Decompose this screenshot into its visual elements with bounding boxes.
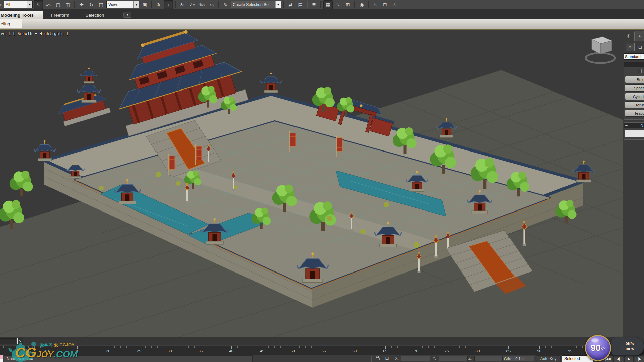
- select-and-rotate-button[interactable]: ↻: [87, 1, 96, 9]
- layer-manager-button[interactable]: ≣: [310, 1, 318, 9]
- snaps-toggle-3d-icon: 3∩: [180, 3, 184, 7]
- reference-coordinate-system-combo[interactable]: View▼: [106, 1, 139, 8]
- ribbon-collapse-arrow-icon[interactable]: ▼: [123, 12, 131, 18]
- use-pivot-point-center-button[interactable]: ▣: [140, 1, 149, 9]
- keyboard-shortcut-override-button[interactable]: ↑: [164, 0, 173, 9]
- scene-3d-render[interactable]: [0, 30, 623, 337]
- window-crossing-toggle-button[interactable]: ◫: [63, 1, 72, 9]
- render-production-button[interactable]: ♨: [390, 1, 399, 9]
- rendered-frame-window-button[interactable]: ⊡: [381, 1, 389, 9]
- timeline-tick: [188, 346, 189, 348]
- tab-freeform[interactable]: Freeform: [43, 11, 77, 19]
- mini-listener-field[interactable]: [0, 338, 16, 344]
- material-editor-button[interactable]: ◉: [357, 1, 366, 9]
- timeline-tick: [28, 346, 29, 348]
- selection-filter-arrow-icon[interactable]: ▼: [27, 1, 32, 8]
- graphite-ribbon-toggle-button[interactable]: ▦: [323, 0, 333, 9]
- y-coordinate-label: Y:: [433, 356, 436, 360]
- timeline-tick: [441, 346, 441, 348]
- select-and-move-button[interactable]: ✚: [77, 1, 86, 9]
- play-button[interactable]: ▶: [624, 355, 634, 362]
- maxscript-listener-strip[interactable]: [0, 359, 3, 362]
- curve-editor-button[interactable]: ∿: [334, 1, 342, 9]
- timeline-tick: [484, 346, 484, 348]
- main-toolbar: ▫All▼↖≡↖▢◫✚↻◲View▼▣⊕↑3∩∠∩%∩↕∩✎Create Sel…: [0, 0, 644, 10]
- spinner-snap-toggle-button[interactable]: ↕∩: [207, 1, 216, 9]
- mirror-button[interactable]: ⇄: [286, 1, 295, 9]
- object-type-box-button[interactable]: Box: [625, 76, 644, 83]
- rollout-collapse-icon[interactable]: –: [625, 62, 628, 67]
- timeline-frame-label: 65: [383, 349, 387, 353]
- selection-filter-combo[interactable]: All▼: [4, 1, 33, 8]
- reference-coordinate-system-arrow-icon[interactable]: ▼: [133, 1, 139, 8]
- tab-selection[interactable]: Selection: [77, 11, 112, 19]
- edit-named-selection-sets-button[interactable]: ✎: [221, 1, 230, 9]
- selection-filter-value: All: [4, 1, 27, 8]
- track-bar-timeline[interactable]: 5101520253035404550556065707580859095: [0, 345, 623, 355]
- network-speed-overlay[interactable]: ↑ 0K/s ↓ 0K/s: [611, 337, 644, 356]
- snaps-toggle-3d-button[interactable]: 3∩: [178, 1, 187, 9]
- link-tool-partial-icon: ▫: [0, 2, 1, 7]
- object-type-torus-button[interactable]: Torus: [625, 101, 644, 108]
- timeline-tick: [47, 346, 47, 349]
- rollout-collapse-icon[interactable]: –: [625, 123, 628, 128]
- score-badge-overlay[interactable]: 90 分 ▼: [585, 335, 611, 361]
- z-coordinate-field[interactable]: [474, 356, 502, 361]
- primitive-type-dropdown[interactable]: Standard: [624, 53, 644, 60]
- selection-lock-icon[interactable]: [374, 356, 381, 361]
- timeline-tick: [120, 346, 121, 348]
- next-frame-button[interactable]: ||▶: [635, 355, 644, 362]
- auto-key-button[interactable]: Auto Key: [536, 355, 561, 362]
- x-coordinate-field[interactable]: [401, 356, 430, 361]
- shapes-category-icon[interactable]: ◻: [636, 43, 644, 51]
- object-type-teapot-button[interactable]: Teapot: [625, 110, 644, 117]
- render-setup-button[interactable]: ♨: [371, 1, 380, 9]
- modify-tab-icon[interactable]: ◔: [634, 31, 644, 41]
- percent-snap-toggle-button[interactable]: %∩: [198, 1, 206, 9]
- score-suffix: 分: [601, 346, 605, 352]
- name-color-rollout-header[interactable]: – N: [624, 123, 644, 128]
- object-type-rollout-header[interactable]: –: [624, 62, 644, 67]
- timeline-tick: [539, 346, 540, 349]
- angle-snap-toggle-button[interactable]: ∠∩: [188, 1, 197, 9]
- object-type-sphere-button[interactable]: Sphere: [625, 84, 644, 92]
- timeline-frame-label: 50: [291, 349, 295, 353]
- y-coordinate-field[interactable]: [439, 356, 468, 361]
- status-separator: [371, 356, 372, 362]
- select-by-name-button[interactable]: ≡↖: [44, 1, 53, 9]
- select-object-button[interactable]: ↖: [34, 0, 43, 9]
- timeline-tick: [397, 346, 398, 348]
- selection-region-rectangular-button[interactable]: ▢: [54, 1, 62, 9]
- maxscript-listener-strip[interactable]: [0, 355, 3, 359]
- timeline-tick: [496, 346, 496, 348]
- object-name-input[interactable]: [625, 130, 644, 137]
- timeline-tick: [373, 346, 373, 348]
- geometry-category-icon[interactable]: ○: [626, 43, 635, 51]
- named-selection-sets-arrow-icon[interactable]: ▼: [275, 1, 281, 8]
- timeline-tick: [459, 346, 460, 348]
- select-and-manipulate-button[interactable]: ⊕: [154, 1, 163, 9]
- mini-listener-prompt[interactable]: >: [17, 338, 23, 344]
- object-type-cylinder-button[interactable]: Cylinder: [625, 93, 644, 100]
- timeline-tick: [490, 346, 490, 348]
- autogrid-checkbox[interactable]: [637, 69, 642, 73]
- schematic-view-button[interactable]: ⊞: [343, 1, 352, 9]
- timeline-tick: [527, 346, 527, 348]
- previous-frame-button[interactable]: ◀||: [613, 355, 623, 362]
- named-selection-sets-combo[interactable]: Create Selection Se▼: [231, 1, 281, 8]
- ribbon-panel-strip: eling: [0, 19, 644, 29]
- perspective-viewport[interactable]: ve ] [ Smooth + Highlights ]: [0, 30, 623, 337]
- timeline-tick: [324, 346, 324, 349]
- ribbon-panel-tab-modeling[interactable]: eling: [0, 19, 22, 28]
- timeline-tick: [293, 346, 293, 349]
- tab-modeling-tools[interactable]: Modeling Tools: [0, 11, 43, 19]
- timeline-tick: [428, 346, 429, 348]
- align-button[interactable]: ▤: [296, 1, 305, 9]
- material-editor-icon: ◉: [360, 2, 364, 7]
- select-and-scale-button[interactable]: ◲: [97, 1, 105, 9]
- absolute-offset-toggle-icon[interactable]: ⊡: [384, 356, 390, 361]
- link-tool-partial-button[interactable]: ▫: [0, 1, 3, 9]
- create-tab-icon[interactable]: ✳: [624, 32, 632, 40]
- viewport-shading-label[interactable]: ve ] [ Smooth + Highlights ]: [1, 31, 68, 36]
- timeline-frame-label: 80: [476, 349, 480, 353]
